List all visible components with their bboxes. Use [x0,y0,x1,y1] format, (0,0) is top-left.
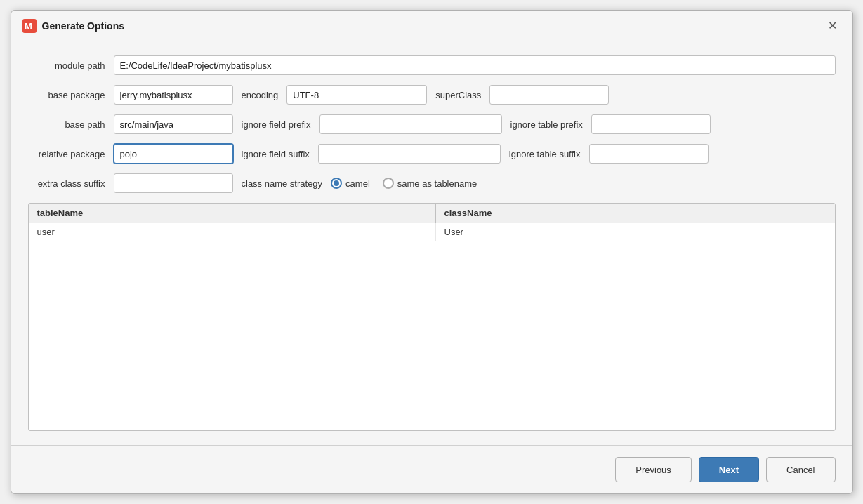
ignore-table-prefix-input[interactable] [591,114,711,134]
radio-camel[interactable]: camel [331,178,370,189]
radio-same-as-tablename[interactable]: same as tablename [383,178,477,189]
ignore-field-prefix-input[interactable] [319,114,502,134]
module-path-input[interactable] [114,55,836,75]
extra-class-suffix-row: extra class suffix class name strategy c… [28,173,836,193]
base-path-row: base path ignore field prefix ignore tab… [28,114,836,134]
encoding-input[interactable] [286,85,427,105]
encoding-label: encoding [242,90,279,100]
base-package-input[interactable] [114,85,233,105]
ignore-table-suffix-label: ignore table suffix [509,149,581,159]
ignore-field-suffix-label: ignore field suffix [242,149,310,159]
module-path-row: module path [28,55,836,75]
table-wrapper: tableName className user User [28,203,836,431]
table-row[interactable]: user User [29,223,835,241]
col-tablename: tableName [29,204,436,223]
table-cell-tablename: user [29,223,436,241]
dialog-content: module path base package encoding superC… [11,41,852,445]
class-name-strategy-radio-group: camel same as tablename [331,178,477,189]
extra-class-suffix-input[interactable] [114,173,233,193]
next-button[interactable]: Next [699,457,759,482]
dialog-title: Generate Options [42,20,824,32]
radio-camel-circle [331,178,342,189]
ignore-field-prefix-label: ignore field prefix [242,119,311,130]
radio-same-tablename-circle [383,178,394,189]
title-bar: M Generate Options ✕ [11,11,852,41]
svg-text:M: M [25,21,32,32]
ignore-field-suffix-input[interactable] [318,144,501,164]
radio-camel-label: camel [345,178,370,189]
module-path-label: module path [28,60,105,71]
table-header: tableName className [29,204,835,223]
base-package-label: base package [28,90,105,100]
ignore-table-prefix-label: ignore table prefix [510,119,583,130]
relative-package-input[interactable] [114,144,233,164]
cancel-button[interactable]: Cancel [766,457,835,482]
base-package-row: base package encoding superClass [28,85,836,105]
ignore-table-suffix-input[interactable] [589,144,709,164]
generate-options-dialog: M Generate Options ✕ module path base pa… [11,10,853,494]
table-cell-classname: User [436,223,835,241]
relative-package-label: relative package [28,149,105,159]
base-path-input[interactable] [114,114,233,134]
radio-same-tablename-label: same as tablename [397,178,477,189]
footer: Previous Next Cancel [11,445,852,493]
superclass-input[interactable] [489,85,609,105]
table-body: user User [29,223,835,364]
superclass-label: superClass [435,90,481,100]
class-name-strategy-label: class name strategy [242,178,323,189]
app-icon: M [22,19,37,33]
extra-class-suffix-label: extra class suffix [28,178,105,189]
close-button[interactable]: ✕ [824,18,841,34]
col-classname: className [436,204,835,223]
previous-button[interactable]: Previous [615,457,692,482]
base-path-label: base path [28,119,105,130]
relative-package-row: relative package ignore field suffix ign… [28,144,836,164]
